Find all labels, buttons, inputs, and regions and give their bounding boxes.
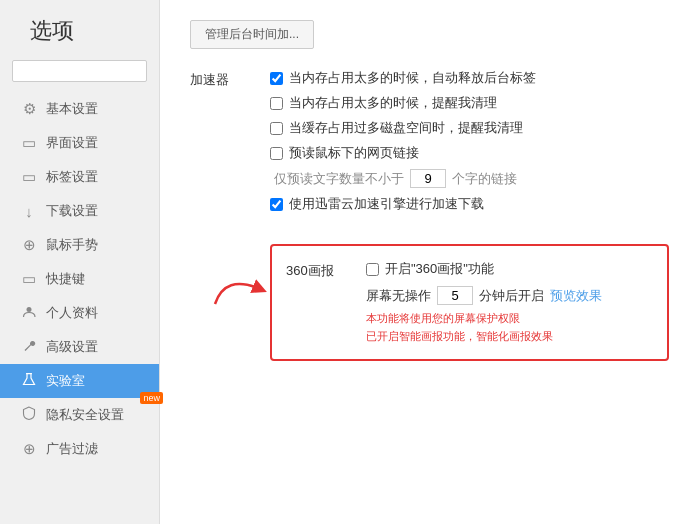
screensaver-minutes[interactable] xyxy=(437,286,473,305)
preread-inline: 仅预读文字数量不小于 个字的链接 xyxy=(270,169,669,188)
mouse-icon: ⊕ xyxy=(20,236,38,254)
sidebar-item-label: 基本设置 xyxy=(46,100,98,118)
screensaver-prefix: 屏幕无操作 xyxy=(366,287,431,305)
sidebar-item-shortcut[interactable]: ▭ 快捷键 xyxy=(0,262,159,296)
option-preread: 预读鼠标下的网页链接 xyxy=(270,144,669,162)
option-enable-360: 开启"360画报"功能 xyxy=(366,260,649,278)
sidebar-item-label: 个人资料 xyxy=(46,304,98,322)
sidebar: 选项 ⚙ 基本设置 ▭ 界面设置 ▭ 标签设置 ↓ 下载设置 ⊕ 鼠标手势 ▭ … xyxy=(0,0,160,524)
sidebar-item-label: 界面设置 xyxy=(46,134,98,152)
checkbox-remind-clean[interactable] xyxy=(270,97,283,110)
sidebar-item-adblock[interactable]: ⊕ 广告过滤 xyxy=(0,432,159,466)
manage-button[interactable]: 管理后台时间加... xyxy=(190,20,314,49)
sidebar-item-label: 隐私安全设置 xyxy=(46,406,124,424)
svg-rect-1 xyxy=(26,373,32,374)
sidebar-item-tabs[interactable]: ▭ 标签设置 xyxy=(0,160,159,194)
screensaver-row: 屏幕无操作 分钟后开启 预览效果 xyxy=(366,286,649,305)
main-content: 管理后台时间加... 加速器 当内存占用太多的时候，自动释放后台标签 当内存占用… xyxy=(160,0,699,524)
option-auto-release: 当内存占用太多的时候，自动释放后台标签 xyxy=(270,69,669,87)
sidebar-item-profile[interactable]: 个人资料 xyxy=(0,296,159,330)
option-thunder-label: 使用迅雷云加速引擎进行加速下载 xyxy=(289,195,484,213)
inline-suffix: 个字的链接 xyxy=(452,170,517,188)
section-360: 360画报 开启"360画报"功能 屏幕无操作 分钟后开启 预览效果 本功能将使… xyxy=(270,244,669,361)
sidebar-item-interface[interactable]: ▭ 界面设置 xyxy=(0,126,159,160)
sidebar-title: 选项 xyxy=(0,0,159,60)
sidebar-item-mouse[interactable]: ⊕ 鼠标手势 xyxy=(0,228,159,262)
preread-min-chars[interactable] xyxy=(410,169,446,188)
arrow-svg xyxy=(205,264,275,314)
option-remind-clean: 当内存占用太多的时候，提醒我清理 xyxy=(270,94,669,112)
option-auto-release-label: 当内存占用太多的时候，自动释放后台标签 xyxy=(289,69,536,87)
section-360-label: 360画报 xyxy=(286,260,366,345)
checkbox-preread[interactable] xyxy=(270,147,283,160)
enable-360-label: 开启"360画报"功能 xyxy=(385,260,494,278)
new-badge: new xyxy=(140,392,163,404)
preview-link[interactable]: 预览效果 xyxy=(550,287,602,305)
tabs-icon: ▭ xyxy=(20,168,38,186)
download-icon: ↓ xyxy=(20,203,38,220)
sidebar-item-download[interactable]: ↓ 下载设置 xyxy=(0,194,159,228)
lab-icon xyxy=(20,372,38,390)
shield-icon xyxy=(20,406,38,424)
checkbox-auto-release[interactable] xyxy=(270,72,283,85)
checkbox-disk-space[interactable] xyxy=(270,122,283,135)
sidebar-item-label: 广告过滤 xyxy=(46,440,98,458)
option-disk-space: 当缓存占用过多磁盘空间时，提醒我清理 xyxy=(270,119,669,137)
checkbox-thunder[interactable] xyxy=(270,198,283,211)
sidebar-item-advanced[interactable]: 高级设置 xyxy=(0,330,159,364)
sidebar-item-label: 快捷键 xyxy=(46,270,85,288)
accelerator-label: 加速器 xyxy=(190,69,270,220)
profile-icon xyxy=(20,305,38,322)
sidebar-item-basic[interactable]: ⚙ 基本设置 xyxy=(0,92,159,126)
sidebar-item-label: 鼠标手势 xyxy=(46,236,98,254)
option-thunder: 使用迅雷云加速引擎进行加速下载 xyxy=(270,195,669,213)
accelerator-content: 当内存占用太多的时候，自动释放后台标签 当内存占用太多的时候，提醒我清理 当缓存… xyxy=(270,69,669,220)
section-360-content: 开启"360画报"功能 屏幕无操作 分钟后开启 预览效果 本功能将使用您的屏幕保… xyxy=(366,260,649,345)
sidebar-item-lab[interactable]: 实验室 new xyxy=(0,364,159,398)
hint2: 已开启智能画报功能，智能化画报效果 xyxy=(366,328,649,346)
search-input[interactable] xyxy=(12,60,147,82)
sidebar-item-label: 标签设置 xyxy=(46,168,98,186)
hint1: 本功能将使用您的屏幕保护权限 xyxy=(366,310,649,328)
wrench-icon xyxy=(20,339,38,356)
sidebar-item-label: 高级设置 xyxy=(46,338,98,356)
screensaver-suffix: 分钟后开启 xyxy=(479,287,544,305)
sidebar-item-label: 下载设置 xyxy=(46,202,98,220)
svg-point-0 xyxy=(27,307,32,312)
arrow-container xyxy=(205,264,275,317)
sidebar-item-label: 实验室 xyxy=(46,372,85,390)
manage-btn-area: 管理后台时间加... xyxy=(190,20,669,49)
gear-icon: ⚙ xyxy=(20,100,38,118)
hint-text: 本功能将使用您的屏幕保护权限 已开启智能画报功能，智能化画报效果 xyxy=(366,310,649,345)
checkbox-enable-360[interactable] xyxy=(366,263,379,276)
option-preread-label: 预读鼠标下的网页链接 xyxy=(289,144,419,162)
sidebar-search-container xyxy=(0,60,159,92)
sidebar-item-privacy[interactable]: 隐私安全设置 xyxy=(0,398,159,432)
option-disk-space-label: 当缓存占用过多磁盘空间时，提醒我清理 xyxy=(289,119,523,137)
adblock-icon: ⊕ xyxy=(20,440,38,458)
inline-hint: 仅预读文字数量不小于 xyxy=(274,170,404,188)
interface-icon: ▭ xyxy=(20,134,38,152)
shortcut-icon: ▭ xyxy=(20,270,38,288)
accelerator-section: 加速器 当内存占用太多的时候，自动释放后台标签 当内存占用太多的时候，提醒我清理… xyxy=(190,69,669,220)
section-360-wrapper: 360画报 开启"360画报"功能 屏幕无操作 分钟后开启 预览效果 本功能将使… xyxy=(270,244,669,361)
option-remind-clean-label: 当内存占用太多的时候，提醒我清理 xyxy=(289,94,497,112)
